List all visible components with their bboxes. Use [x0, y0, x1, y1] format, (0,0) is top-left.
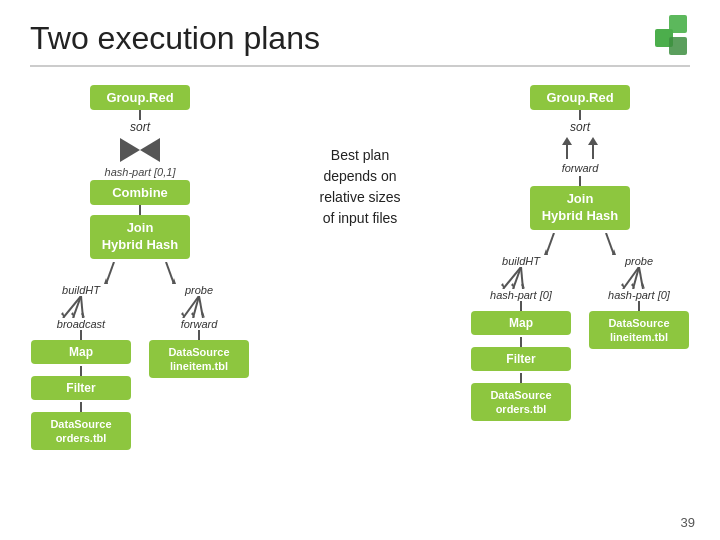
right-datasource-lineitem-node: DataSource lineitem.tbl: [589, 311, 689, 350]
right-join-node: Join Hybrid Hash: [530, 186, 631, 230]
right-groupred-node: Group.Red: [530, 85, 630, 110]
svg-marker-4: [140, 138, 160, 162]
left-join-node: Join Hybrid Hash: [90, 215, 191, 259]
right-probe-col: probe hash-part [0] DataSource lineitem.…: [589, 255, 689, 422]
left-broadcast-label: broadcast: [57, 318, 105, 330]
svg-line-7: [166, 262, 174, 284]
left-probe-label: probe: [185, 284, 213, 296]
svg-line-21: [546, 233, 554, 255]
svg-rect-2: [669, 37, 687, 55]
page-title: Two execution plans: [30, 20, 690, 57]
left-build-col: buildHT broadcast Map Filt: [31, 284, 131, 451]
right-filter-node: Filter: [471, 347, 571, 371]
left-buildprobe-row: buildHT broadcast Map Filt: [31, 284, 249, 451]
l-line1: [139, 110, 141, 120]
left-datasource-orders-node: DataSource orders.tbl: [31, 412, 131, 451]
right-buildht-label: buildHT: [502, 255, 540, 267]
left-groupred-node: Group.Red: [90, 85, 190, 110]
left-map-node: Map: [31, 340, 131, 364]
right-build-col: buildHT hash-part [0] Map Filter: [471, 255, 571, 422]
svg-line-10: [73, 296, 81, 318]
left-fan-build: [102, 262, 126, 284]
logo-icon: [655, 15, 695, 55]
right-probe-label: probe: [625, 255, 653, 267]
left-bowtie: [118, 136, 162, 164]
right-fan: [542, 233, 618, 255]
right-datasource-orders-node: DataSource orders.tbl: [471, 383, 571, 422]
svg-line-26: [513, 267, 521, 289]
right-buildprobe-row: buildHT hash-part [0] Map Filter: [471, 255, 689, 422]
left-fan-probe: [154, 262, 178, 284]
left-combine-node: Combine: [90, 180, 190, 205]
left-sort-label: sort: [130, 120, 150, 134]
plan-left: Group.Red sort hash-part [0,1] Combine J…: [30, 85, 250, 450]
right-forward-label: forward: [562, 162, 599, 174]
middle-description: Best plan depends on relative sizes of i…: [260, 85, 460, 229]
left-buildht-label: buildHT: [62, 284, 100, 296]
left-fan: [102, 262, 178, 284]
right-hashpart-right-label: hash-part [0]: [608, 289, 670, 301]
right-sort-label: sort: [570, 120, 590, 134]
left-datasource-lineitem-node: DataSource lineitem.tbl: [149, 340, 249, 379]
title-divider: [30, 65, 690, 67]
left-forward-label: forward: [181, 318, 218, 330]
svg-line-5: [106, 262, 114, 284]
page: Two execution plans Group.Red sort hash-…: [0, 0, 720, 540]
left-probe-col: probe forward DataSource lineitem.tbl: [149, 284, 249, 451]
plan-right: Group.Red sort forward Join Hybrid Hash: [470, 85, 690, 421]
page-number: 39: [681, 515, 695, 530]
svg-marker-3: [120, 138, 140, 162]
right-hashpart-left-label: hash-part [0]: [490, 289, 552, 301]
plans-container: Group.Red sort hash-part [0,1] Combine J…: [30, 85, 690, 450]
l-line2: [139, 205, 141, 215]
svg-line-23: [606, 233, 614, 255]
left-hashpart-label: hash-part [0,1]: [105, 166, 176, 178]
right-map-node: Map: [471, 311, 571, 335]
r-line1: [579, 110, 581, 120]
left-filter-node: Filter: [31, 376, 131, 400]
right-dual-arrows: [562, 137, 598, 159]
